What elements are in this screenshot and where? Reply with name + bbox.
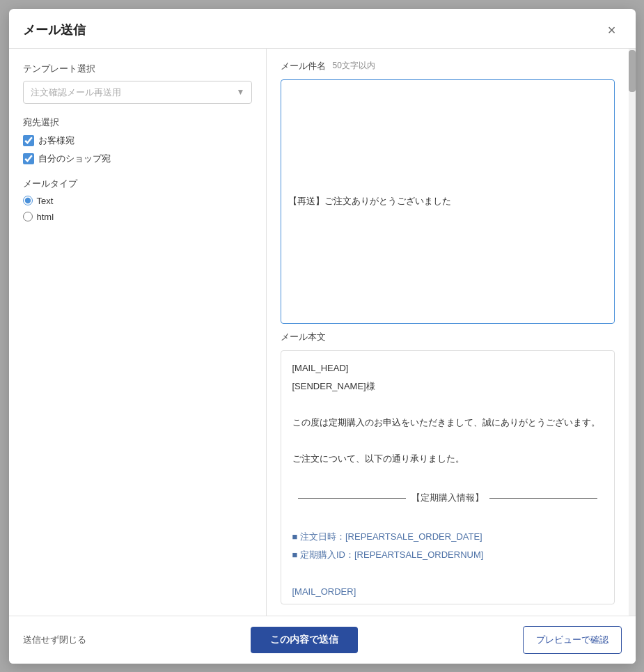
shop-label: 自分のショップ宛 [38,153,111,165]
close-icon-button[interactable]: × [602,20,622,40]
template-select[interactable]: 注文確認メール再送用 [23,81,252,104]
template-section-label: テンプレート選択 [23,63,252,75]
modal-scroll-thumb [629,50,636,92]
recipient-section: 宛先選択 お客様宛 自分のショップ宛 [23,116,252,165]
subject-row: メール件名 50文字以内 [281,60,615,72]
customer-label: お客様宛 [38,134,74,147]
recipient-checkbox-group: お客様宛 自分のショップ宛 [23,134,252,165]
modal-scrollbar[interactable] [629,49,636,616]
mail-type-text[interactable]: Text [23,196,252,206]
mail-type-section: メールタイプ Text html [23,178,252,222]
text-radio[interactable] [23,196,33,205]
send-button[interactable]: この内容で送信 [251,627,358,653]
customer-checkbox[interactable] [23,135,34,146]
preview-button[interactable]: プレビューで確認 [523,626,622,654]
body-label: メール本文 [281,331,615,343]
mail-type-radio-group: Text html [23,196,252,222]
subject-limit: 50文字以内 [333,60,375,72]
recipient-customer[interactable]: お客様宛 [23,134,252,147]
mail-type-section-label: メールタイプ [23,178,252,190]
subject-label: メール件名 [281,60,326,72]
left-panel: テンプレート選択 注文確認メール再送用 ▼ 宛先選択 お客様宛 [9,49,267,616]
modal: メール送信 × テンプレート選択 注文確認メール再送用 ▼ [9,9,636,664]
template-section: テンプレート選択 注文確認メール再送用 ▼ [23,63,252,104]
modal-body: テンプレート選択 注文確認メール再送用 ▼ 宛先選択 お客様宛 [9,49,629,616]
modal-title: メール送信 [23,22,86,38]
recipient-section-label: 宛先選択 [23,116,252,129]
html-radio[interactable] [23,212,33,221]
body-content[interactable]: [MAIL_HEAD][SENDER_NAME]様 この度は定期購入のお申込をい… [281,350,615,604]
mail-type-html[interactable]: html [23,212,252,222]
shop-checkbox[interactable] [23,153,34,164]
modal-body-wrapper: テンプレート選択 注文確認メール再送用 ▼ 宛先選択 お客様宛 [9,49,636,616]
text-radio-label: Text [37,196,54,206]
right-panel: メール件名 50文字以内 メール本文 [MAIL_HEAD][SENDER_NA… [267,49,629,616]
template-select-wrapper: 注文確認メール再送用 ▼ [23,81,252,104]
modal-header: メール送信 × [9,9,636,49]
recipient-shop[interactable]: 自分のショップ宛 [23,153,252,165]
modal-overlay: メール送信 × テンプレート選択 注文確認メール再送用 ▼ [0,0,644,672]
subject-input[interactable] [281,79,615,324]
modal-footer: 送信せず閉じる この内容で送信 プレビューで確認 [9,616,636,664]
html-radio-label: html [37,212,54,222]
close-without-send-button[interactable]: 送信せず閉じる [23,631,86,649]
